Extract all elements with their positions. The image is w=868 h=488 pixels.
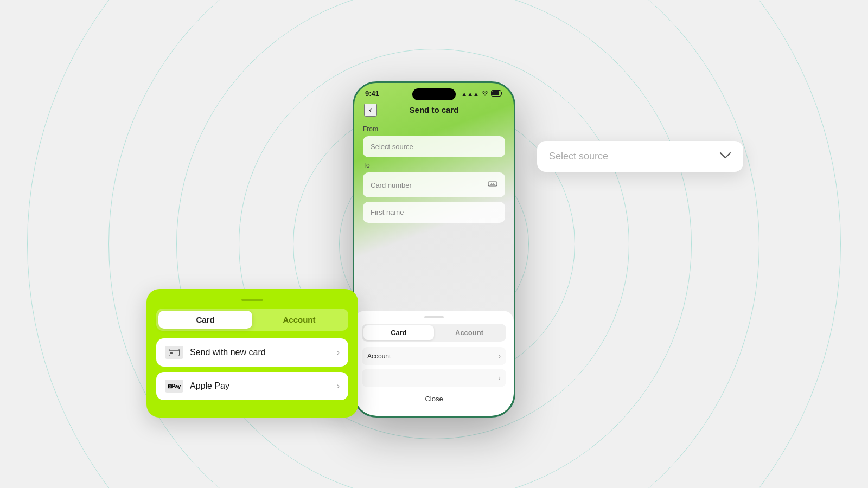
sheet-row-2[interactable]: › [362,369,506,387]
sheet-row-account-label: Account [367,352,391,360]
phone-bottom-sheet: Card Account Account › › Close [354,311,514,416]
phone-mockup: 9:41 ▲▲▲ [353,81,515,418]
apple-pay-row[interactable]: ⊠Pay Apple Pay › [156,372,348,400]
signal-icon: ▲▲▲ [461,91,479,97]
back-icon: ‹ [369,105,372,115]
status-icons: ▲▲▲ [461,90,503,98]
select-source-dropdown-text: Select source [549,151,608,162]
select-source-input[interactable]: Select source [363,136,505,157]
wifi-icon [481,90,489,97]
apple-pay-icon: ⊠Pay [165,380,183,393]
chevron-icon: › [499,352,501,360]
apple-pay-left: ⊠Pay Apple Pay [165,380,229,393]
apple-pay-badge: ⊠Pay [165,382,183,391]
send-new-card-chevron: › [337,348,340,357]
scan-icon[interactable] [488,179,497,191]
green-tab-account[interactable]: Account [252,311,346,329]
green-tab-bar: Card Account [156,309,348,331]
phone-form: From Select source To Card number [354,121,514,232]
first-name-input[interactable]: First name [363,202,505,223]
card-number-input[interactable]: Card number [363,172,505,197]
battery-icon [491,90,503,98]
green-card-modal: Card Account Send with new card › [146,289,358,418]
from-label: From [363,125,505,133]
close-button[interactable]: Close [362,390,506,407]
phone-screen: 9:41 ▲▲▲ [354,83,514,416]
svg-rect-10 [170,352,173,354]
send-new-card-left: Send with new card [165,346,266,359]
dynamic-island [412,88,456,100]
apple-pay-label: Apple Pay [190,381,229,391]
sheet-row-account[interactable]: Account › [362,347,506,365]
card-icon [165,346,183,359]
select-source-dropdown[interactable]: Select source [537,141,743,172]
tab-card[interactable]: Card [363,325,434,340]
to-label: To [363,162,505,169]
back-button[interactable]: ‹ [364,104,377,117]
svg-rect-1 [492,91,499,95]
status-time: 9:41 [365,89,379,98]
send-new-card-label: Send with new card [190,348,266,357]
select-source-placeholder: Select source [371,143,413,151]
card-number-placeholder: Card number [371,181,412,189]
green-tab-card[interactable]: Card [158,311,252,329]
sheet-handle [424,316,444,318]
status-bar: 9:41 ▲▲▲ [354,83,514,101]
green-card-handle [241,299,263,301]
apple-pay-chevron: › [337,381,340,391]
phone-tab-bar: Card Account [362,324,506,342]
first-name-placeholder: First name [371,208,404,216]
tab-account[interactable]: Account [434,325,505,340]
dropdown-chevron-icon [719,151,731,162]
phone-title: Send to card [410,105,459,114]
chevron-icon-2: › [499,374,501,382]
scene: 9:41 ▲▲▲ [244,54,624,434]
phone-header: ‹ Send to card [354,101,514,121]
send-new-card-row[interactable]: Send with new card › [156,338,348,367]
